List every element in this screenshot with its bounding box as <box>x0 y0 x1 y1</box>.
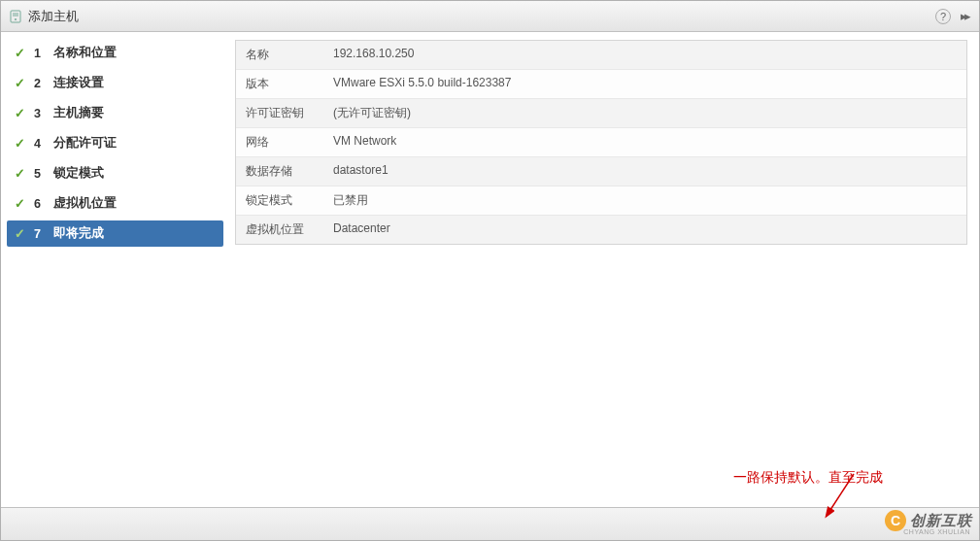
host-icon <box>9 10 22 23</box>
svg-rect-0 <box>11 11 20 22</box>
step-label: 主机摘要 <box>53 105 104 121</box>
summary-row-version: 版本 VMware ESXi 5.5.0 build-1623387 <box>236 70 966 99</box>
summary-row-network: 网络 VM Network <box>236 128 966 157</box>
summary-key: 虚拟机位置 <box>236 216 323 244</box>
summary-value: VM Network <box>323 128 966 156</box>
summary-key: 锁定模式 <box>236 186 323 215</box>
checkmark-icon: ✓ <box>13 196 26 211</box>
step-label: 名称和位置 <box>53 45 117 61</box>
step-vm-location[interactable]: ✓ 6 虚拟机位置 <box>7 190 223 217</box>
step-label: 连接设置 <box>53 75 104 91</box>
checkmark-icon: ✓ <box>13 136 26 151</box>
step-number: 2 <box>34 77 46 90</box>
summary-value: 192.168.10.250 <box>323 41 966 69</box>
step-number: 7 <box>34 227 46 241</box>
step-label: 锁定模式 <box>53 165 104 182</box>
summary-table: 名称 192.168.10.250 版本 VMware ESXi 5.5.0 b… <box>235 40 967 245</box>
step-number: 4 <box>34 137 46 151</box>
summary-key: 数据存储 <box>236 157 323 186</box>
summary-value: (无许可证密钥) <box>323 99 966 127</box>
summary-key: 网络 <box>236 128 323 156</box>
annotation-text: 一路保持默认。直至完成 <box>733 469 883 487</box>
step-name-location[interactable]: ✓ 1 名称和位置 <box>7 40 223 66</box>
svg-point-3 <box>15 18 17 20</box>
summary-value: Datacenter <box>323 216 966 244</box>
step-assign-license[interactable]: ✓ 4 分配许可证 <box>7 130 223 156</box>
dialog-footer <box>1 507 979 540</box>
collapse-icon[interactable]: ▸▸ <box>961 9 971 23</box>
watermark-subtext: CHYANG XHULIAN <box>903 528 970 535</box>
help-icon[interactable]: ? <box>935 9 951 24</box>
step-lockdown-mode[interactable]: ✓ 5 锁定模式 <box>7 160 223 186</box>
checkmark-icon: ✓ <box>13 46 26 60</box>
step-label: 即将完成 <box>53 225 104 242</box>
step-label: 虚拟机位置 <box>53 195 117 212</box>
dialog-title: 添加主机 <box>28 8 929 25</box>
wizard-steps-sidebar: ✓ 1 名称和位置 ✓ 2 连接设置 ✓ 3 主机摘要 ✓ 4 分配许可证 ✓ <box>1 32 229 507</box>
summary-key: 许可证密钥 <box>236 99 323 127</box>
step-connection-settings[interactable]: ✓ 2 连接设置 <box>7 70 223 96</box>
watermark: C 创新互联 CHYANG XHULIAN <box>885 510 972 531</box>
summary-row-license: 许可证密钥 (无许可证密钥) <box>236 99 966 128</box>
checkmark-icon: ✓ <box>13 166 26 181</box>
dialog-titlebar: 添加主机 ? ▸▸ <box>1 1 979 32</box>
dialog-body: ✓ 1 名称和位置 ✓ 2 连接设置 ✓ 3 主机摘要 ✓ 4 分配许可证 ✓ <box>1 32 979 507</box>
checkmark-icon: ✓ <box>13 76 26 90</box>
step-host-summary[interactable]: ✓ 3 主机摘要 <box>7 100 223 126</box>
summary-value: 已禁用 <box>323 186 966 215</box>
checkmark-icon: ✓ <box>13 226 26 241</box>
summary-row-vm-location: 虚拟机位置 Datacenter <box>236 216 966 244</box>
summary-key: 版本 <box>236 70 323 98</box>
summary-value: datastore1 <box>323 157 966 186</box>
summary-content: 名称 192.168.10.250 版本 VMware ESXi 5.5.0 b… <box>229 32 979 507</box>
watermark-text: 创新互联 <box>910 512 972 530</box>
summary-key: 名称 <box>236 41 323 69</box>
step-number: 3 <box>34 107 46 120</box>
step-number: 1 <box>34 47 46 60</box>
step-ready-complete[interactable]: ✓ 7 即将完成 <box>7 220 223 247</box>
step-label: 分配许可证 <box>53 135 117 152</box>
summary-row-lockdown: 锁定模式 已禁用 <box>236 186 966 216</box>
step-number: 5 <box>34 167 46 181</box>
summary-row-datastore: 数据存储 datastore1 <box>236 157 966 186</box>
summary-row-name: 名称 192.168.10.250 <box>236 41 966 70</box>
checkmark-icon: ✓ <box>13 106 26 120</box>
step-number: 6 <box>34 197 46 211</box>
add-host-dialog: 添加主机 ? ▸▸ ✓ 1 名称和位置 ✓ 2 连接设置 ✓ 3 主机摘要 ✓ … <box>0 0 980 541</box>
summary-value: VMware ESXi 5.5.0 build-1623387 <box>323 70 966 98</box>
